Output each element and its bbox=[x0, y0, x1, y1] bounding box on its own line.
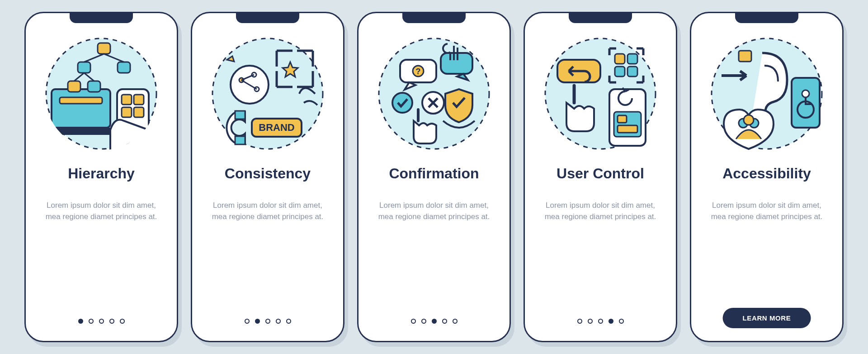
pager-dot[interactable] bbox=[109, 319, 114, 324]
phone-notch bbox=[236, 13, 299, 23]
pager-dot[interactable] bbox=[276, 319, 281, 324]
slide-title: Accessibility bbox=[722, 165, 811, 182]
pager-dot[interactable] bbox=[99, 319, 104, 324]
phone-notch bbox=[735, 13, 798, 23]
confirmation-icon: ? bbox=[375, 35, 493, 153]
slide-title: Hierarchy bbox=[68, 165, 135, 182]
svg-rect-44 bbox=[615, 67, 625, 77]
svg-rect-43 bbox=[627, 54, 637, 64]
svg-point-58 bbox=[744, 115, 754, 125]
svg-rect-2 bbox=[52, 89, 110, 128]
pager-dot[interactable] bbox=[120, 319, 125, 324]
pager-dot[interactable] bbox=[286, 319, 291, 324]
slide-desc: Lorem ipsum dolor sit dim amet, mea regi… bbox=[370, 200, 498, 222]
svg-point-55 bbox=[802, 90, 809, 97]
pager-dot[interactable] bbox=[245, 319, 250, 324]
phone-notch bbox=[70, 13, 133, 23]
pager-dot[interactable] bbox=[598, 319, 603, 324]
svg-rect-3 bbox=[47, 128, 115, 135]
svg-rect-16 bbox=[134, 95, 144, 105]
pager-dot[interactable] bbox=[89, 319, 94, 324]
phone-notch bbox=[569, 13, 632, 23]
user-control-icon bbox=[542, 35, 659, 153]
slide-desc: Lorem ipsum dolor sit dim amet, mea regi… bbox=[537, 200, 664, 222]
svg-rect-4 bbox=[60, 97, 102, 104]
pager-dot[interactable] bbox=[577, 319, 582, 324]
pager bbox=[26, 319, 177, 324]
slide-title: Confirmation bbox=[389, 165, 479, 182]
pager-dot[interactable] bbox=[421, 319, 426, 324]
pager bbox=[359, 319, 509, 324]
svg-rect-48 bbox=[618, 115, 627, 123]
svg-text:?: ? bbox=[416, 67, 421, 76]
onboarding-slide-hierarchy: Hierarchy Lorem ipsum dolor sit dim amet… bbox=[24, 12, 178, 342]
slide-desc: Lorem ipsum dolor sit dim amet, mea regi… bbox=[38, 200, 165, 222]
pager bbox=[192, 319, 343, 324]
learn-more-button[interactable]: LEARN MORE bbox=[723, 308, 811, 328]
accessibility-icon bbox=[708, 35, 826, 153]
svg-text:BRAND: BRAND bbox=[259, 122, 294, 133]
svg-rect-15 bbox=[122, 95, 132, 105]
svg-rect-18 bbox=[134, 107, 144, 117]
svg-rect-45 bbox=[627, 67, 637, 77]
svg-point-36 bbox=[392, 93, 412, 113]
pager-dot[interactable] bbox=[432, 319, 437, 324]
svg-rect-49 bbox=[618, 125, 637, 133]
pager-dot[interactable] bbox=[265, 319, 270, 324]
pager-dot[interactable] bbox=[609, 319, 613, 324]
phone-notch bbox=[402, 13, 466, 23]
pager-dot[interactable] bbox=[619, 319, 624, 324]
svg-rect-26 bbox=[235, 111, 245, 119]
svg-rect-42 bbox=[615, 54, 625, 64]
svg-rect-9 bbox=[88, 81, 100, 92]
svg-rect-7 bbox=[118, 62, 130, 73]
slide-title: User Control bbox=[557, 165, 644, 182]
pager-dot[interactable] bbox=[255, 319, 260, 324]
svg-rect-27 bbox=[235, 136, 245, 144]
pager-dot[interactable] bbox=[453, 319, 458, 324]
onboarding-slide-accessibility: Accessibility Lorem ipsum dolor sit dim … bbox=[690, 12, 844, 342]
svg-rect-5 bbox=[98, 43, 110, 54]
pager bbox=[525, 319, 676, 324]
slide-desc: Lorem ipsum dolor sit dim amet, mea regi… bbox=[703, 200, 830, 222]
svg-rect-52 bbox=[739, 51, 751, 62]
pager-dot[interactable] bbox=[78, 319, 83, 324]
hierarchy-icon bbox=[42, 35, 160, 153]
onboarding-slide-user-control: User Control Lorem ipsum dolor sit dim a… bbox=[524, 12, 677, 342]
pager-dot[interactable] bbox=[442, 319, 447, 324]
pager-dot[interactable] bbox=[411, 319, 416, 324]
onboarding-slide-consistency: BRAND Consistency Lorem ipsum dolor sit … bbox=[191, 12, 344, 342]
onboarding-slide-confirmation: ? Confirmation Lorem ipsum dolor sit dim… bbox=[357, 12, 511, 342]
pager-dot[interactable] bbox=[588, 319, 593, 324]
svg-rect-6 bbox=[78, 62, 90, 73]
slide-desc: Lorem ipsum dolor sit dim amet, mea regi… bbox=[204, 200, 331, 222]
svg-rect-17 bbox=[122, 107, 132, 117]
slide-title: Consistency bbox=[225, 165, 311, 182]
svg-rect-8 bbox=[68, 81, 80, 92]
consistency-icon: BRAND bbox=[209, 35, 326, 153]
